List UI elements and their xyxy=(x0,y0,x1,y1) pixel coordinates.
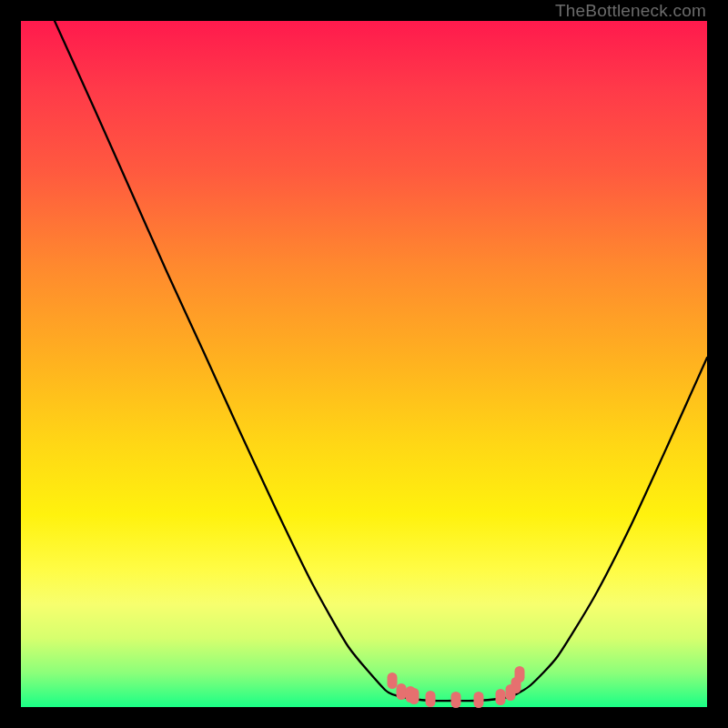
marker-dot xyxy=(451,692,461,708)
marker-dot xyxy=(474,692,484,708)
marker-dot xyxy=(397,683,407,700)
plot-area xyxy=(21,21,707,707)
marker-dot xyxy=(515,666,525,682)
marker-dot xyxy=(410,688,420,704)
watermark-label: TheBottleneck.com xyxy=(555,1,706,21)
bottom-marker-cluster xyxy=(388,666,525,708)
marker-dot xyxy=(388,672,398,689)
marker-dot xyxy=(496,689,506,705)
bottleneck-curve xyxy=(55,21,707,701)
curve-svg xyxy=(21,21,707,707)
marker-dot xyxy=(426,691,436,707)
chart-frame: TheBottleneck.com xyxy=(0,0,728,728)
